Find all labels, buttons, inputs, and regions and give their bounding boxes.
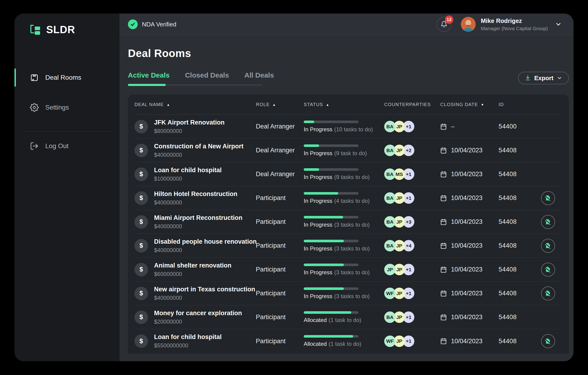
notifications-button[interactable]: 12 [437, 17, 452, 32]
no-document-button[interactable] [541, 239, 555, 253]
deal-name-cell: $ Hilton Hotel Reconstruction $40000000 [135, 190, 256, 206]
table-row[interactable]: $ Loan for child hospital $5500000000 Pa… [135, 329, 562, 353]
deal-amount: $10000000 [154, 176, 222, 182]
calendar-icon [440, 171, 447, 177]
user-meta: Mike Rodrigez Manager (Nova Capital Grou… [481, 17, 548, 32]
deal-id: 54408 [499, 194, 534, 202]
table-row[interactable]: $ Money for cancer exploration $20000000… [135, 305, 562, 329]
status-text: Allocated(1 task to do) [304, 317, 384, 323]
deal-status-cell: In Progress(10 tasks to do) [304, 121, 384, 133]
status-note: (9 task to do) [334, 150, 367, 156]
column-header-closing-date[interactable]: CLOSING DATE▼ [440, 102, 499, 107]
counterparty-avatar: BA [384, 145, 396, 156]
no-document-button[interactable] [541, 215, 555, 229]
document-off-icon [544, 266, 552, 273]
table-row[interactable]: $ Animal shelter renovation $60000000 Pa… [135, 258, 562, 282]
table-row[interactable]: $ New airport in Texas construction $400… [135, 282, 562, 305]
table-row[interactable]: $ Disabled people house renovation $4000… [135, 234, 562, 258]
deal-id: 54408 [499, 171, 534, 178]
closing-date: 10/04/2023 [451, 290, 483, 297]
status-text: In Progress(4 tasks to do) [304, 198, 384, 204]
status-text: In Progress(9 tasks to do) [304, 174, 384, 180]
document-off-icon [544, 194, 552, 202]
deal-role: Participant [256, 242, 304, 249]
deal-name: Animal shelter renovation [154, 262, 231, 269]
deal-id: 54400 [499, 123, 534, 130]
column-label: ROLE [256, 102, 270, 107]
deal-role: Deal Arranger [256, 171, 304, 178]
row-actions [534, 263, 562, 277]
no-document-button[interactable] [541, 287, 555, 300]
deal-status-cell: In Progress(4 tasks to do) [304, 192, 384, 204]
progress-bar-fill [304, 287, 344, 290]
deal-name-cell: $ Loan for child hospital $5500000000 [135, 333, 256, 349]
sort-desc-icon: ▼ [481, 103, 484, 106]
sidebar-item-settings[interactable]: Settings [14, 99, 119, 116]
table-row[interactable]: $ Construction of a New Airport $4000000… [135, 139, 562, 162]
tab-all-deals[interactable]: All Deals [244, 71, 274, 79]
deal-rooms-box-icon [30, 73, 39, 82]
tabs: Active Deals Closed Deals All Deals [128, 71, 274, 86]
deal-role: Participant [256, 266, 304, 273]
sort-asc-icon: ▲ [326, 103, 329, 106]
no-document-button[interactable] [541, 334, 555, 348]
calendar-icon [440, 243, 447, 249]
nda-verified-badge: NDA Verified [128, 19, 176, 29]
sort-asc-icon: ▲ [167, 103, 170, 106]
row-actions [534, 239, 562, 253]
dollar-icon: $ [135, 263, 148, 276]
deal-amount: $40000000 [154, 199, 237, 206]
tab-active-deals[interactable]: Active Deals [128, 71, 169, 79]
dollar-icon: $ [135, 120, 148, 133]
progress-bar-fill [304, 335, 353, 338]
table-row[interactable]: $ JFK Airport Renovation $80000000 Deal … [135, 115, 562, 139]
row-actions [534, 191, 562, 205]
row-actions [534, 167, 562, 181]
deal-id: 54408 [499, 338, 534, 345]
closing-date-cell: 10/04/2023 [440, 147, 499, 154]
counterparties-cell: BAJP+2 [384, 145, 440, 156]
closing-date: 10/04/2023 [451, 242, 483, 249]
row-actions [534, 287, 562, 300]
column-header-role[interactable]: ROLE▲ [256, 102, 304, 107]
user-menu[interactable]: Mike Rodrigez Manager (Nova Capital Grou… [461, 17, 562, 32]
tab-closed-deals[interactable]: Closed Deals [185, 71, 229, 79]
user-role: Manager (Nova Capital Group) [481, 25, 548, 32]
status-text: In Progress(3 tasks to do) [304, 221, 384, 228]
table-row[interactable]: $ Miami Airport Reconstruction $40000000… [135, 210, 562, 234]
closing-date: 10/04/2023 [451, 218, 483, 225]
calendar-icon [440, 290, 447, 297]
column-header-status[interactable]: STATUS▲ [304, 102, 384, 107]
closing-date: 10/04/2023 [451, 266, 483, 273]
deal-amount: $20000000 [154, 319, 242, 325]
deal-role: Participant [256, 338, 304, 345]
user-name: Mike Rodrigez [481, 17, 548, 25]
chevron-down-icon [557, 75, 562, 81]
counterparty-avatar: BA [384, 240, 396, 251]
deal-id: 54408 [499, 290, 534, 297]
counterparty-avatar: BA [384, 216, 396, 228]
table-row[interactable]: $ Loan for child hospital $10000000 Deal… [135, 162, 562, 186]
deal-name: Hilton Hotel Reconstruction [154, 190, 237, 198]
dollar-icon: $ [135, 239, 148, 253]
status-note: (3 tasks to do) [334, 269, 370, 276]
export-button[interactable]: Export [518, 72, 569, 84]
table-header: DEAL NAME▲ROLE▲STATUS▲COUNTERPARTIESCLOS… [135, 95, 562, 115]
column-header-deal-name[interactable]: DEAL NAME▲ [135, 102, 256, 107]
sidebar-item-deal-rooms[interactable]: Deal Rooms [14, 69, 119, 86]
status-label: In Progress [304, 150, 332, 156]
nda-verified-label: NDA Verified [142, 21, 176, 28]
sidebar-nav: Deal Rooms Settings Log Out [14, 69, 119, 154]
status-label: Allocated [304, 317, 327, 323]
no-document-button[interactable] [541, 263, 555, 277]
closing-date-cell: – [440, 123, 499, 130]
deal-name: Disabled people house renovation [154, 238, 257, 245]
counterparties-cell: JPJP+1 [384, 264, 440, 275]
column-header-counterparties: COUNTERPARTIES [384, 102, 440, 107]
deal-name-cell: $ Animal shelter renovation $60000000 [135, 262, 256, 277]
progress-bar [304, 121, 358, 123]
table-row[interactable]: $ Hilton Hotel Reconstruction $40000000 … [135, 186, 562, 210]
no-document-button[interactable] [541, 191, 555, 205]
sidebar-item-log-out[interactable]: Log Out [14, 138, 119, 154]
closing-date: 10/04/2023 [451, 194, 483, 202]
